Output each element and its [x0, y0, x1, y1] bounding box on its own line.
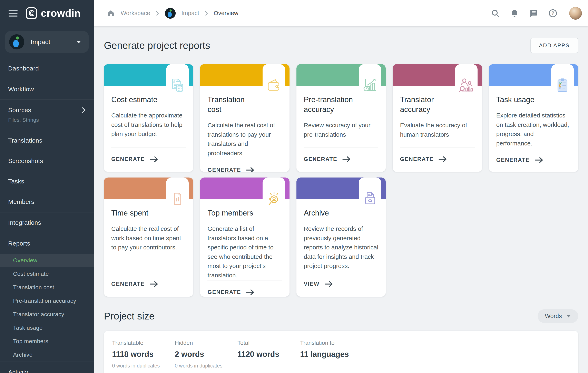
card-footer: GENERATE	[400, 147, 474, 172]
stat-label: Total	[237, 340, 300, 346]
sidebar-item[interactable]: Task usage	[0, 321, 94, 335]
user-avatar[interactable]	[569, 7, 582, 20]
stat-label: Translatable	[112, 340, 175, 346]
sidebar-item-label: Task usage	[13, 325, 43, 331]
card-description: Review accuracy of your pre-translations	[304, 120, 378, 139]
card-action-link[interactable]: GENERATE	[111, 281, 159, 287]
sidebar-item[interactable]: Archive	[0, 348, 94, 362]
sidebar-item[interactable]: Cost estimate	[0, 267, 94, 281]
sidebar-item[interactable]: Pre-translation accuracy	[0, 294, 94, 308]
add-apps-button[interactable]: ADD APPS	[530, 38, 578, 53]
crowdin-logo-icon	[26, 7, 37, 19]
sidebar-item[interactable]: Dashboard	[0, 58, 94, 79]
card-icon-badge	[166, 178, 189, 210]
card-footer: GENERATE	[496, 148, 571, 172]
sidebar-item[interactable]: Members	[0, 192, 94, 212]
sidebar-item[interactable]: Reports	[0, 233, 94, 254]
sidebar-item[interactable]: Screenshots	[0, 151, 94, 171]
card-icon	[266, 77, 282, 94]
card-icon	[169, 191, 186, 207]
report-card: Translation cost Calculate the real cost…	[200, 64, 289, 172]
app-window: crowdin Impact Dashboard	[0, 0, 588, 373]
report-card: Pre-translation accuracy Review accuracy…	[296, 64, 386, 172]
messages-chat-icon[interactable]	[529, 9, 538, 18]
sidebar-item[interactable]: Tasks	[0, 171, 94, 192]
sidebar-item-label: Translations	[8, 137, 42, 144]
breadcrumb-current: Overview	[214, 10, 239, 17]
project-selector[interactable]: Impact	[5, 31, 89, 53]
sidebar-item[interactable]: Translations	[0, 130, 94, 151]
card-action-link[interactable]: VIEW	[304, 281, 333, 287]
notifications-bell-icon[interactable]	[510, 9, 519, 18]
card-action-label: GENERATE	[496, 157, 530, 163]
sidebar-item-label: Screenshots	[8, 158, 43, 164]
home-icon[interactable]	[107, 9, 115, 17]
report-card: Top members Generate a list of translato…	[200, 178, 289, 297]
breadcrumb: Workspace Impact Overview	[107, 8, 238, 19]
report-card: Cost estimate Calculate the approximate …	[104, 64, 193, 172]
sidebar-item[interactable]: Translator accuracy	[0, 308, 94, 321]
stat-column: Translation to 11 languages	[300, 340, 363, 369]
sidebar-item[interactable]: Sources Files, Strings	[0, 100, 94, 130]
sidebar-item-label: Cost estimate	[13, 271, 49, 277]
breadcrumb-project[interactable]: Impact	[181, 10, 199, 17]
card-action-link[interactable]: GENERATE	[111, 156, 159, 162]
card-action-link[interactable]: GENERATE	[496, 157, 544, 163]
card-description: Evaluate the accuracy of human translato…	[400, 120, 474, 139]
card-action-link[interactable]: GENERATE	[304, 156, 351, 162]
card-icon-badge	[359, 178, 381, 210]
sidebar-item[interactable]: Activity	[0, 362, 94, 373]
chevron-down-icon	[566, 315, 571, 318]
card-color-band	[296, 178, 386, 199]
card-description: Calculate the real cost of work based on…	[111, 224, 186, 252]
sidebar-item[interactable]: Translation cost	[0, 281, 94, 294]
stat-value: 2 words	[175, 350, 237, 359]
sidebar-item-label: Workflow	[8, 86, 34, 93]
card-action-label: VIEW	[304, 281, 320, 287]
search-icon[interactable]	[491, 9, 500, 18]
sidebar-item-label: Members	[8, 198, 34, 205]
card-icon	[458, 77, 474, 94]
sidebar-item[interactable]: Top members	[0, 335, 94, 348]
project-size-stats-card: Translatable 1118 words 0 words in dupli…	[104, 331, 578, 373]
sidebar-item-label: Overview	[13, 257, 37, 264]
card-color-band	[200, 178, 289, 199]
card-icon-badge	[455, 64, 478, 96]
reports-header-row: Generate project reports ADD APPS	[104, 38, 578, 53]
card-icon	[554, 77, 571, 94]
card-icon-badge	[551, 64, 574, 96]
card-action-label: GENERATE	[304, 156, 337, 162]
menu-hamburger-icon[interactable]	[9, 10, 18, 17]
sidebar-item-label: Tasks	[8, 178, 24, 185]
sidebar-item[interactable]: Integrations	[0, 213, 94, 233]
main-area: Workspace Impact Overview Generate proje…	[94, 0, 588, 373]
card-action-link[interactable]: GENERATE	[207, 289, 255, 295]
help-icon[interactable]	[548, 9, 557, 18]
card-title: Translator accuracy	[400, 95, 474, 114]
sidebar-item-label: Archive	[13, 352, 32, 358]
card-color-band	[393, 64, 482, 86]
card-description: Review the records of previously generat…	[304, 224, 378, 271]
card-footer: GENERATE	[304, 147, 378, 172]
report-card: Translator accuracy Evaluate the accurac…	[393, 64, 482, 172]
card-description: Explore detailed statistics on task crea…	[496, 111, 571, 148]
card-description: Calculate the real cost of translations …	[207, 120, 282, 158]
sidebar-item[interactable]: Overview	[0, 254, 94, 267]
arrow-right-icon	[150, 156, 159, 162]
card-footer: GENERATE	[207, 280, 282, 297]
breadcrumb-workspace[interactable]: Workspace	[121, 10, 150, 17]
sidebar-header: crowdin	[0, 0, 94, 26]
card-footer: GENERATE	[111, 147, 186, 172]
card-action-link[interactable]: GENERATE	[207, 167, 255, 172]
crowdin-logo[interactable]: crowdin	[26, 7, 81, 19]
sidebar-item[interactable]: Workflow	[0, 79, 94, 99]
report-card: Task usage Explore detailed statistics o…	[489, 64, 578, 172]
sidebar-item-label: Pre-translation accuracy	[13, 298, 76, 304]
card-action-link[interactable]: GENERATE	[400, 156, 447, 162]
crowdin-logo-text: crowdin	[41, 7, 81, 19]
stat-label: Hidden	[175, 340, 237, 346]
topbar-icons	[491, 7, 582, 20]
topbar: Workspace Impact Overview	[94, 0, 588, 26]
unit-selector-dropdown[interactable]: Words	[537, 309, 578, 323]
card-title: Translation cost	[207, 95, 282, 114]
